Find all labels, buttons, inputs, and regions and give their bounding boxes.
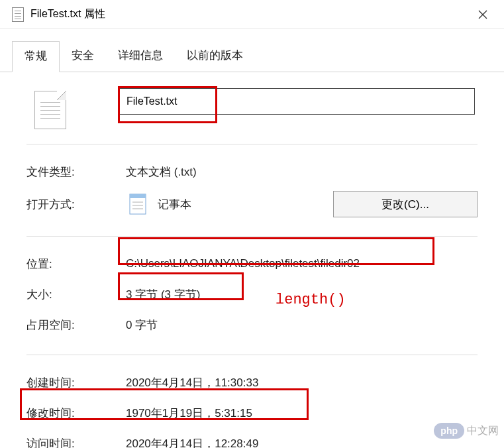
location-value: C:\Users\LIAOJIANYA\Desktop\filetest\fil…	[126, 257, 478, 270]
disk-value: 0 字节	[126, 317, 478, 333]
openwith-row: 打开方式: 记事本 更改(C)...	[26, 187, 478, 221]
filetype-value: 文本文档 (.txt)	[126, 164, 478, 180]
titlebar: FileTest.txt 属性	[0, 0, 504, 29]
tab-details[interactable]: 详细信息	[106, 41, 175, 72]
filetype-label: 文件类型:	[26, 164, 126, 180]
watermark-php: php	[434, 423, 464, 439]
disk-row: 占用空间: 0 字节	[26, 309, 478, 340]
openwith-label: 打开方式:	[26, 197, 126, 212]
location-label: 位置:	[26, 256, 126, 272]
modified-value: 1970年1月19日，5:31:15	[126, 406, 478, 421]
divider	[26, 355, 478, 355]
window-title: FileTest.txt 属性	[30, 7, 466, 21]
size-row: 大小: 3 字节 (3 字节)	[26, 279, 478, 309]
filename-input[interactable]: FileTest.txt	[118, 88, 475, 115]
close-icon	[478, 10, 487, 19]
created-label: 创建时间:	[26, 375, 126, 390]
accessed-value: 2020年4月14日，12:28:49	[126, 436, 478, 449]
created-value: 2020年4月14日，11:30:33	[126, 375, 478, 390]
divider	[26, 144, 478, 144]
modified-row: 修改时间: 1970年1月19日，5:31:15	[26, 398, 478, 428]
notepad-icon	[126, 192, 148, 217]
tab-previous-versions[interactable]: 以前的版本	[175, 41, 255, 72]
size-label: 大小:	[26, 287, 126, 302]
filename-row: FileTest.txt	[26, 88, 478, 129]
accessed-label: 访问时间:	[26, 436, 126, 449]
svg-rect-1	[130, 194, 146, 198]
divider	[26, 236, 478, 237]
change-button[interactable]: 更改(C)...	[333, 191, 478, 217]
close-button[interactable]	[466, 0, 500, 28]
document-large-icon	[34, 91, 66, 129]
watermark-badge: php 中文网	[434, 423, 499, 439]
tabs: 常规 安全 详细信息 以前的版本	[0, 29, 504, 72]
tab-security[interactable]: 安全	[60, 41, 106, 72]
disk-label: 占用空间:	[26, 317, 126, 333]
accessed-row: 访问时间: 2020年4月14日，12:28:49	[26, 428, 478, 448]
annotation-length: length()	[276, 292, 346, 308]
content: FileTest.txt 文件类型: 文本文档 (.txt) 打开方式: 记事本…	[0, 72, 504, 448]
filetype-row: 文件类型: 文本文档 (.txt)	[26, 156, 478, 187]
created-row: 创建时间: 2020年4月14日，11:30:33	[26, 367, 478, 398]
tab-general[interactable]: 常规	[12, 41, 60, 72]
document-icon	[12, 7, 24, 22]
location-row: 位置: C:\Users\LIAOJIANYA\Desktop\filetest…	[26, 249, 478, 279]
watermark-cn: 中文网	[467, 424, 499, 438]
modified-label: 修改时间:	[26, 406, 126, 421]
openwith-value: 记事本	[158, 197, 191, 212]
